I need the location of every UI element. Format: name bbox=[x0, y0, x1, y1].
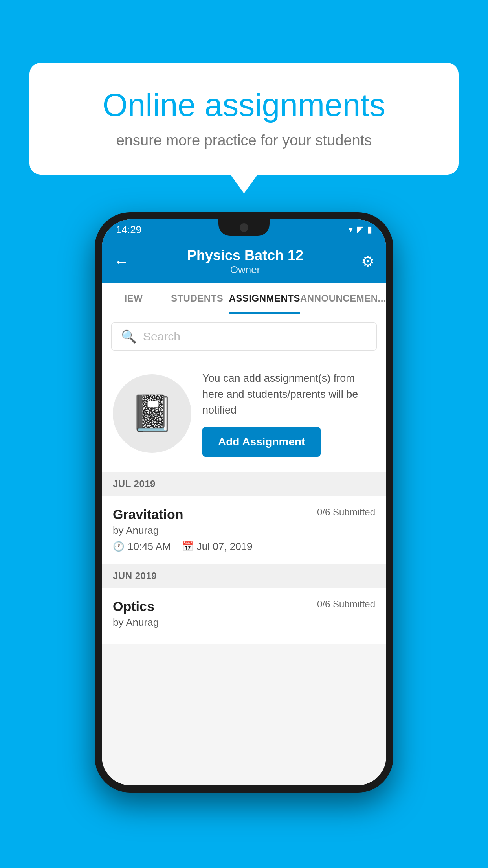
search-placeholder: Search bbox=[143, 330, 180, 343]
assignment-name-gravitation: Gravitation bbox=[113, 507, 183, 522]
back-button[interactable]: ← bbox=[114, 253, 129, 270]
assignment-time-gravitation: 🕐 10:45 AM bbox=[113, 541, 171, 553]
section-header-jun: JUN 2019 bbox=[102, 564, 386, 588]
calendar-icon: 📅 bbox=[182, 541, 194, 552]
app-header: ← Physics Batch 12 Owner ⚙ bbox=[102, 240, 386, 283]
tab-students-label: STUDENTS bbox=[171, 293, 223, 304]
header-subtitle: Owner bbox=[187, 264, 303, 276]
search-container: 🔍 Search bbox=[102, 314, 386, 359]
assignment-name-optics: Optics bbox=[113, 599, 154, 614]
battery-icon: ▮ bbox=[367, 224, 372, 235]
assignment-author-gravitation: by Anurag bbox=[113, 524, 375, 537]
settings-icon[interactable]: ⚙ bbox=[361, 253, 374, 270]
wifi-icon: ▾ bbox=[349, 224, 353, 235]
section-label-jun: JUN 2019 bbox=[113, 570, 157, 581]
status-icons: ▾ ◤ ▮ bbox=[349, 224, 372, 235]
assignment-meta-gravitation: 🕐 10:45 AM 📅 Jul 07, 2019 bbox=[113, 541, 375, 553]
assignment-time-value: 10:45 AM bbox=[128, 541, 171, 553]
tab-announcements[interactable]: ANNOUNCEMEN... bbox=[300, 283, 386, 314]
signal-icon: ◤ bbox=[357, 224, 363, 235]
tab-assignments-label: ASSIGNMENTS bbox=[229, 293, 300, 304]
assignment-row-top-optics: Optics 0/6 Submitted bbox=[113, 599, 375, 614]
promo-block: 📓 You can add assignment(s) from here an… bbox=[102, 359, 386, 472]
promo-text-block: You can add assignment(s) from here and … bbox=[202, 370, 375, 457]
section-header-jul: JUL 2019 bbox=[102, 472, 386, 496]
assignment-submitted-gravitation: 0/6 Submitted bbox=[317, 507, 375, 518]
notebook-icon: 📓 bbox=[130, 393, 174, 434]
search-icon: 🔍 bbox=[121, 329, 137, 344]
header-title-block: Physics Batch 12 Owner bbox=[187, 247, 303, 276]
header-title: Physics Batch 12 bbox=[187, 247, 303, 264]
add-assignment-button[interactable]: Add Assignment bbox=[202, 427, 321, 457]
tab-assignments[interactable]: ASSIGNMENTS bbox=[229, 283, 300, 314]
assignment-item-optics[interactable]: Optics 0/6 Submitted by Anurag bbox=[102, 588, 386, 644]
assignment-author-optics: by Anurag bbox=[113, 616, 375, 629]
assignment-date-value: Jul 07, 2019 bbox=[197, 541, 253, 553]
tab-iew-label: IEW bbox=[124, 293, 143, 304]
phone-notch bbox=[218, 219, 270, 236]
speech-bubble-subtitle: ensure more practice for your students bbox=[57, 132, 431, 149]
promo-description: You can add assignment(s) from here and … bbox=[202, 370, 375, 418]
speech-bubble: Online assignments ensure more practice … bbox=[29, 63, 459, 175]
assignment-submitted-optics: 0/6 Submitted bbox=[317, 599, 375, 610]
assignment-item-gravitation[interactable]: Gravitation 0/6 Submitted by Anurag 🕐 10… bbox=[102, 496, 386, 564]
status-time: 14:29 bbox=[116, 224, 141, 236]
phone-outer: 14:29 ▾ ◤ ▮ ← Physics Batch 12 Owner ⚙ bbox=[95, 212, 393, 793]
phone-wrapper: 14:29 ▾ ◤ ▮ ← Physics Batch 12 Owner ⚙ bbox=[95, 212, 393, 793]
clock-icon: 🕐 bbox=[113, 541, 125, 552]
section-label-jul: JUL 2019 bbox=[113, 478, 156, 489]
tab-announcements-label: ANNOUNCEMEN... bbox=[300, 293, 386, 304]
assignment-row-top: Gravitation 0/6 Submitted bbox=[113, 507, 375, 522]
tab-iew[interactable]: IEW bbox=[102, 283, 165, 314]
phone-screen: 14:29 ▾ ◤ ▮ ← Physics Batch 12 Owner ⚙ bbox=[102, 219, 386, 785]
speech-bubble-title: Online assignments bbox=[57, 86, 431, 123]
phone-camera bbox=[240, 223, 248, 232]
promo-icon-circle: 📓 bbox=[113, 374, 191, 453]
tab-students[interactable]: STUDENTS bbox=[165, 283, 229, 314]
speech-bubble-container: Online assignments ensure more practice … bbox=[29, 63, 459, 175]
tabs-bar: IEW STUDENTS ASSIGNMENTS ANNOUNCEMEN... bbox=[102, 283, 386, 314]
assignment-date-gravitation: 📅 Jul 07, 2019 bbox=[182, 541, 253, 553]
search-bar[interactable]: 🔍 Search bbox=[111, 322, 377, 351]
